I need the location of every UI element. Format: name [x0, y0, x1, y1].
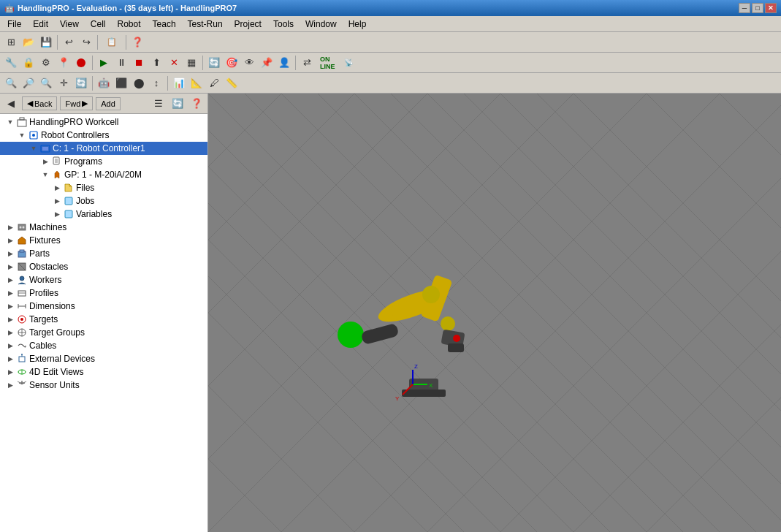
maximize-button[interactable]: □: [752, 3, 763, 13]
expand-icon-robot-controllers[interactable]: ▼: [16, 129, 28, 141]
tree-item-gp1[interactable]: ▼GP: 1 - M-20iA/20M: [0, 168, 207, 181]
menu-tools[interactable]: Tools: [267, 18, 300, 31]
menu-robot[interactable]: Robot: [112, 18, 147, 31]
tb-signal-button[interactable]: 📡: [340, 55, 357, 71]
tb-properties-button[interactable]: 📋: [101, 34, 123, 50]
tb-arrows-button[interactable]: ↕: [148, 75, 164, 91]
tb-zoom-in-button[interactable]: 🔎: [20, 75, 37, 91]
panel-help-button[interactable]: ❓: [188, 96, 205, 112]
expand-icon-obstacles[interactable]: ▶: [4, 261, 16, 273]
tree-item-obstacles[interactable]: ▶Obstacles: [0, 260, 207, 273]
tree-item-jobs[interactable]: ▶Jobs: [0, 194, 207, 208]
minimize-button[interactable]: ─: [739, 3, 750, 13]
tree-view[interactable]: ▼HandlingPRO Workcell▼Robot Controllers▼…: [0, 114, 207, 532]
tb-measure-button[interactable]: 📐: [188, 75, 205, 91]
tree-item-files[interactable]: ▶Files: [0, 181, 207, 194]
tb-undo-button[interactable]: ↩: [61, 34, 77, 50]
expand-icon-dimensions[interactable]: ▶: [4, 300, 16, 312]
tree-item-target-groups[interactable]: ▶Target Groups: [0, 326, 207, 339]
tree-item-targets[interactable]: ▶Targets: [0, 313, 207, 326]
expand-icon-external-devices[interactable]: ▶: [4, 353, 16, 365]
tb-pin2-button[interactable]: 📌: [259, 55, 275, 71]
tb-online-button[interactable]: ONLINE: [316, 55, 339, 71]
expand-icon-workcell[interactable]: ▼: [4, 116, 16, 128]
menu-edit[interactable]: Edit: [27, 18, 54, 31]
tb-robot2-button[interactable]: 🤖: [96, 75, 112, 91]
tree-item-sensor-units[interactable]: ▶Sensor Units: [0, 379, 207, 392]
tree-item-controller1[interactable]: ▼C: 1 - Robot Controller1: [0, 142, 207, 155]
tb-user-button[interactable]: 👤: [276, 55, 292, 71]
tb-cancel-button[interactable]: ✕: [166, 55, 182, 71]
tree-item-workcell[interactable]: ▼HandlingPRO Workcell: [0, 115, 207, 129]
expand-icon-parts[interactable]: ▶: [4, 248, 16, 259]
fwd-button[interactable]: Fwd ▶: [60, 96, 93, 110]
tb-stop-button[interactable]: ⏹: [131, 55, 147, 71]
tb-pin-button[interactable]: 📍: [56, 55, 72, 71]
expand-icon-programs[interactable]: ▶: [39, 156, 51, 167]
panel-collapse-button[interactable]: ◀: [3, 96, 19, 112]
menu-test-run[interactable]: Test-Run: [182, 18, 229, 31]
tb-reddot-button[interactable]: [73, 55, 89, 71]
expand-icon-targets[interactable]: ▶: [4, 314, 16, 325]
title-bar-controls[interactable]: ─ □ ✕: [739, 3, 777, 13]
tb-ruler-button[interactable]: 📏: [224, 75, 240, 91]
expand-icon-variables[interactable]: ▶: [51, 208, 63, 220]
tb-settings-button[interactable]: ⚙: [38, 55, 54, 71]
tb-view-button[interactable]: 👁: [241, 55, 257, 71]
tree-item-profiles[interactable]: ▶Profiles: [0, 286, 207, 300]
tb-square-button[interactable]: ⬛: [113, 75, 129, 91]
menu-project[interactable]: Project: [229, 18, 267, 31]
menu-cell[interactable]: Cell: [85, 18, 112, 31]
tb-crosshair-button[interactable]: ✛: [56, 75, 72, 91]
menu-teach[interactable]: Teach: [147, 18, 182, 31]
tb-zoom-out-button[interactable]: 🔍: [38, 75, 54, 91]
tree-item-external-devices[interactable]: ▶External Devices: [0, 352, 207, 365]
expand-icon-4d-edit-views[interactable]: ▶: [4, 366, 16, 378]
tb-grid2-button[interactable]: ▦: [183, 55, 199, 71]
tree-item-dimensions[interactable]: ▶Dimensions: [0, 300, 207, 313]
menu-view[interactable]: View: [54, 18, 85, 31]
tree-item-4d-edit-views[interactable]: ▶4D Edit Views: [0, 365, 207, 379]
tb-save-button[interactable]: 💾: [38, 34, 54, 50]
tree-item-fixtures[interactable]: ▶Fixtures: [0, 234, 207, 247]
tree-item-robot-controllers[interactable]: ▼Robot Controllers: [0, 129, 207, 142]
tb-lock-button[interactable]: 🔒: [20, 55, 37, 71]
expand-icon-sensor-units[interactable]: ▶: [4, 379, 16, 391]
tb-help-button[interactable]: ❓: [129, 34, 145, 50]
tb-pen-button[interactable]: 🖊: [206, 75, 222, 91]
tb-rotate-button[interactable]: 🔄: [73, 75, 89, 91]
tb-target-button[interactable]: 🎯: [224, 55, 240, 71]
tb-up-button[interactable]: ⬆: [148, 55, 164, 71]
expand-icon-workers[interactable]: ▶: [4, 274, 16, 286]
viewport-3d[interactable]: X Z Y: [208, 94, 781, 532]
expand-icon-fixtures[interactable]: ▶: [4, 235, 16, 246]
tb-redo-button[interactable]: ↪: [78, 34, 94, 50]
tb-chart-button[interactable]: 📊: [171, 75, 187, 91]
expand-icon-jobs[interactable]: ▶: [51, 195, 63, 207]
expand-icon-controller1[interactable]: ▼: [28, 142, 39, 154]
menu-window[interactable]: Window: [300, 18, 343, 31]
tb-zoom-fit-button[interactable]: 🔍: [3, 75, 19, 91]
tb-cycle-button[interactable]: 🔄: [206, 55, 222, 71]
tree-item-parts[interactable]: ▶Parts: [0, 247, 207, 260]
panel-refresh-button[interactable]: 🔄: [169, 96, 186, 112]
tree-item-programs[interactable]: ▶Programs: [0, 155, 207, 168]
menu-file[interactable]: File: [1, 18, 27, 31]
tb-pause-button[interactable]: ⏸: [113, 55, 129, 71]
tb-circle-button[interactable]: ⬤: [131, 75, 147, 91]
tb-play-button[interactable]: ▶: [96, 55, 112, 71]
tree-item-cables[interactable]: ▶Cables: [0, 339, 207, 352]
tree-item-variables[interactable]: ▶Variables: [0, 208, 207, 221]
tb-tool1-button[interactable]: 🔧: [3, 55, 19, 71]
back-button[interactable]: ◀ Back: [22, 96, 57, 110]
expand-icon-files[interactable]: ▶: [51, 182, 63, 194]
expand-icon-cables[interactable]: ▶: [4, 340, 16, 352]
tb-open-button[interactable]: 📂: [20, 34, 37, 50]
tb-grid-button[interactable]: ⊞: [3, 34, 19, 50]
expand-icon-target-groups[interactable]: ▶: [4, 327, 16, 338]
add-button[interactable]: Add: [96, 97, 121, 110]
tree-item-workers[interactable]: ▶Workers: [0, 273, 207, 286]
expand-icon-machines[interactable]: ▶: [4, 221, 16, 233]
tree-item-machines[interactable]: ▶Machines: [0, 221, 207, 234]
expand-icon-gp1[interactable]: ▼: [39, 169, 51, 180]
